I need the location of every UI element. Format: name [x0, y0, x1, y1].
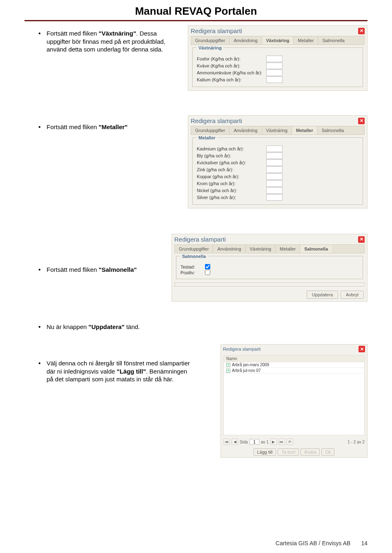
pager-sida-label: Sida	[240, 440, 248, 444]
pager-page-input[interactable]	[249, 439, 259, 445]
zink-input[interactable]	[266, 166, 283, 173]
fieldset-legend: Växtnäring	[197, 45, 223, 50]
testad-label: Testad:	[180, 264, 205, 269]
text-bold: "Salmonella"	[99, 266, 137, 273]
text: Nu är knappen	[47, 323, 89, 330]
tab-bar: Grunduppgifter Användning Växtnäring Met…	[191, 36, 365, 45]
page-title: Manual REVAQ Portalen	[0, 5, 392, 18]
fieldset-legend: Salmonella	[180, 254, 207, 259]
ammoniumkvave-input[interactable]	[266, 69, 283, 76]
tab-salmonella[interactable]: Salmonella	[300, 245, 332, 253]
text-bold: "Uppdatera"	[89, 323, 125, 330]
expand-icon[interactable]: +	[226, 363, 230, 367]
expand-icon[interactable]: +	[226, 369, 230, 373]
lagg-till-button[interactable]: Lägg till	[254, 448, 276, 456]
column-header-namn[interactable]: Namn	[224, 356, 364, 362]
andra-button[interactable]: Ändra	[301, 448, 320, 456]
text-bold: "Växtnäring"	[99, 30, 136, 37]
text-bold: "Metaller"	[99, 123, 128, 130]
field-label: Nickel (g/ha och år):	[197, 188, 266, 193]
ta-bort-button[interactable]: Ta bort	[278, 448, 299, 456]
positiv-checkbox[interactable]	[205, 270, 210, 275]
tab-grunduppgifter[interactable]: Grunduppgifter	[191, 36, 229, 45]
tab-grunduppgifter[interactable]: Grunduppgifter	[191, 126, 229, 134]
tab-anvandning[interactable]: Användning	[229, 126, 262, 134]
pager-first-icon[interactable]: ⏮	[223, 439, 230, 445]
tab-anvandning[interactable]: Användning	[213, 245, 245, 253]
close-icon[interactable]: ✕	[359, 346, 365, 352]
bly-input[interactable]	[266, 152, 283, 159]
field-label: Kväve (Kg/ha och år):	[197, 63, 266, 68]
dialog-title: Redigera slamparti	[174, 236, 226, 243]
text: Fortsätt med fliken	[47, 30, 99, 37]
tab-vaxtnaring[interactable]: Växtnäring	[262, 126, 292, 134]
dialog-title: Redigera slamparti	[191, 117, 242, 124]
page-number: 14	[361, 540, 368, 546]
pager-next-icon[interactable]: ▶	[270, 439, 277, 445]
tab-salmonella[interactable]: Salmonella	[318, 126, 348, 134]
dialog-title: Redigera slamparti	[223, 347, 261, 352]
bullet-lagg-till: Välj denna och ni återgår till fönstret …	[37, 359, 192, 383]
bullet-vaxtnaring: Fortsätt med fliken "Växtnäring". Dessa …	[37, 29, 176, 54]
pager-av-label: av 1	[261, 440, 269, 444]
text: tänd.	[125, 323, 140, 330]
tab-metaller[interactable]: Metaller	[294, 36, 318, 45]
footer-text: Cartesia GIS AB / Envisys AB	[276, 540, 351, 546]
field-label: Kadmium (g/ha och år):	[197, 146, 266, 151]
close-icon[interactable]: ✕	[358, 118, 365, 124]
tab-bar: Grunduppgifter Användning Växtnäring Met…	[174, 244, 365, 253]
bullet-uppdatera: Nu är knappen "Uppdatera" tänd.	[37, 323, 159, 331]
text-bold: "Lägg till"	[117, 368, 146, 375]
close-icon[interactable]: ✕	[358, 28, 365, 34]
tab-metaller[interactable]: Metaller	[292, 126, 318, 134]
field-label: Koppar (g/ha och år):	[197, 174, 266, 179]
pager-summary: 1 - 2 av 2	[347, 440, 365, 444]
krom-input[interactable]	[266, 180, 283, 187]
uppdatera-button[interactable]: Uppdatera	[307, 291, 338, 299]
testad-checkbox[interactable]	[205, 264, 210, 269]
avbryt-button[interactable]: Avbryt	[341, 291, 364, 299]
field-label: Kalium (Kg/ha och år):	[197, 77, 266, 82]
tab-vaxtnaring[interactable]: Växtnäring	[262, 36, 294, 45]
header-rule	[24, 20, 368, 21]
pager-last-icon[interactable]: ⏭	[278, 439, 285, 445]
kvave-input[interactable]	[266, 63, 283, 69]
pager-refresh-icon[interactable]: ⟳	[287, 439, 293, 445]
fosfor-input[interactable]	[266, 56, 283, 62]
silver-input[interactable]	[266, 194, 283, 201]
field-label: Ammoniumkväve (Kg/ha och år):	[197, 70, 266, 75]
bullet-metaller: Fortsätt med fliken "Metaller"	[37, 123, 176, 131]
positiv-label: Positiv:	[180, 270, 205, 275]
tab-salmonella[interactable]: Salmonella	[318, 36, 348, 45]
pager-prev-icon[interactable]: ◀	[232, 439, 238, 445]
text: Fortsätt med fliken	[47, 266, 99, 273]
kvicksilver-input[interactable]	[266, 159, 283, 166]
tab-anvandning[interactable]: Användning	[229, 36, 262, 45]
row-text: Arbrå jul-nov 07	[232, 368, 261, 373]
bullet-salmonella: Fortsätt med fliken "Salmonella"	[37, 266, 159, 274]
field-label: Bly (g/ha och år):	[197, 153, 266, 158]
field-label: Silver (g/ha och år):	[197, 195, 266, 200]
tab-metaller[interactable]: Metaller	[276, 245, 300, 253]
field-label: Fosfor (Kg/ha och år):	[197, 56, 266, 61]
row-text: Arbrå jan-mars 2009	[232, 363, 269, 367]
pager: ⏮ ◀ Sida av 1 ▶ ⏭ ⟳ 1 - 2 av 2	[221, 437, 367, 447]
nickel-input[interactable]	[266, 187, 283, 194]
field-label: Zink (g/ha och år):	[197, 167, 266, 172]
close-icon[interactable]: ✕	[358, 236, 365, 243]
field-label: Krom (g/ha och år):	[197, 181, 266, 186]
text: Fortsätt med fliken	[47, 123, 99, 130]
fieldset-legend: Metaller	[197, 135, 217, 140]
tab-vaxtnaring[interactable]: Växtnäring	[246, 245, 276, 253]
list-item[interactable]: +Arbrå jul-nov 07	[224, 368, 364, 374]
kadmium-input[interactable]	[266, 146, 283, 152]
list-item[interactable]: +Arbrå jan-mars 2009	[224, 362, 364, 368]
dialog-title: Redigera slamparti	[191, 27, 242, 34]
tab-grunduppgifter[interactable]: Grunduppgifter	[175, 245, 213, 253]
koppar-input[interactable]	[266, 173, 283, 180]
field-label: Kvicksilver (g/ha och år):	[197, 160, 266, 165]
ok-button[interactable]: Ok	[321, 448, 334, 456]
kalium-input[interactable]	[266, 76, 283, 83]
tab-bar: Grunduppgifter Användning Växtnäring Met…	[191, 126, 365, 135]
page-footer: Cartesia GIS AB / Envisys AB14	[276, 540, 368, 546]
